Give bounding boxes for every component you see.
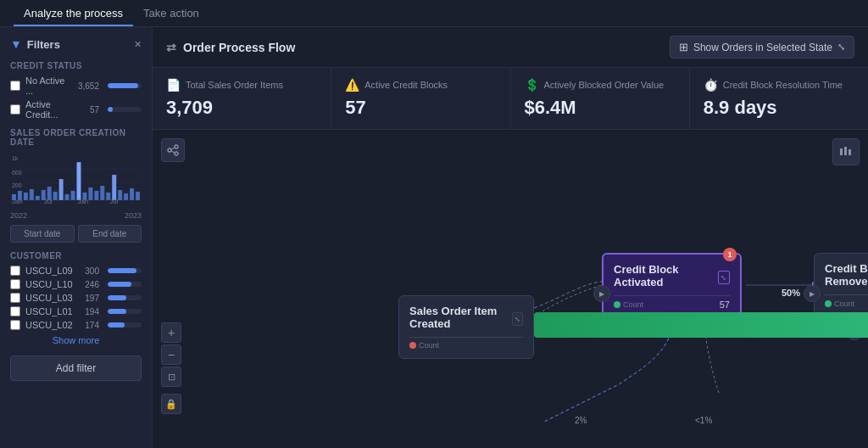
expand-icon-credit: ⤡: [721, 274, 726, 282]
filter-no-active-checkbox[interactable]: [10, 81, 20, 91]
svg-rect-13: [71, 191, 75, 200]
zoom-out-button[interactable]: −: [161, 344, 181, 365]
svg-rect-10: [53, 192, 58, 200]
kpi-total-sales-text: Total Sales Order Items: [186, 80, 283, 90]
pct-50-label: 50%: [782, 288, 800, 298]
node-credit-removed[interactable]: Credit Block Removed ⤡ Count 11: [814, 253, 868, 318]
filter-active-credit[interactable]: Active Credit... 57: [10, 99, 142, 120]
show-orders-button[interactable]: ⊞ Show Orders in Selected State ⤡: [670, 36, 854, 59]
filter-uscu-l10-text: USCU_L10: [25, 279, 80, 289]
table-icon: ⊞: [679, 41, 688, 53]
filter-active-credit-checkbox[interactable]: [10, 104, 20, 115]
filter-uscu-l10[interactable]: USCU_L10 246: [10, 279, 142, 289]
expand-icon: ⤡: [837, 42, 845, 53]
zoom-in-button[interactable]: +: [161, 322, 181, 343]
content-header: ⇄ Order Process Flow ⊞ Show Orders in Se…: [153, 27, 868, 68]
svg-text:Jul: Jul: [44, 198, 53, 204]
pct-less1-label: <1%: [695, 416, 712, 425]
show-more[interactable]: Show more: [10, 335, 142, 345]
filter-uscu-l09-checkbox[interactable]: [10, 266, 20, 276]
start-date-btn[interactable]: Start date: [10, 225, 75, 243]
filter-uscu-l01-bar-fill: [108, 309, 126, 314]
filter-uscu-l10-checkbox[interactable]: [10, 279, 20, 289]
kpi-blocked-value-val: $6.4M: [525, 97, 676, 119]
share-button[interactable]: [161, 138, 185, 162]
pct-2-label: 2%: [575, 416, 587, 425]
kpi-resolution-time-icon: ⏱️: [704, 78, 718, 92]
filter-no-active-bar-fill: [108, 83, 138, 88]
flow-right-toolbar: [832, 138, 860, 165]
mini-chart: Jan Jul Jan Jul 1k 600 200: [10, 154, 142, 204]
filter-uscu-l09-bar: [108, 268, 142, 273]
node-sales-order[interactable]: Sales Order Item Created ⤡ Count: [398, 295, 534, 359]
date-label: SALES ORDER CREATION DATE: [10, 128, 142, 147]
svg-rect-21: [118, 190, 122, 200]
main-flow-bar: 91%: [534, 312, 868, 338]
svg-text:Jan: Jan: [77, 198, 88, 204]
node-removed-meta: Count 11: [825, 294, 868, 309]
node-credit-count-row: Count: [614, 300, 643, 309]
node-credit-block-title: Credit Block Activated: [614, 263, 718, 288]
year-2022: 2022: [10, 211, 27, 220]
tab-action[interactable]: Take action: [133, 2, 209, 26]
filter-uscu-l02[interactable]: USCU_L02 174: [10, 320, 142, 330]
svg-rect-5: [24, 193, 28, 200]
filter-no-active[interactable]: No Active ... 3,652: [10, 76, 142, 96]
credit-status-label: CREDIT STATUS: [10, 61, 142, 70]
node-sales-title: Sales Order Item Created: [409, 305, 512, 330]
svg-line-41: [171, 148, 175, 149]
fit-button[interactable]: ⊡: [161, 367, 181, 387]
filter-uscu-l02-bar: [108, 322, 142, 328]
node-sales-meta: Count: [409, 337, 523, 350]
collapse-icon[interactable]: ✕: [134, 39, 142, 50]
end-date-btn[interactable]: End date: [78, 225, 142, 243]
svg-rect-24: [136, 192, 140, 200]
sidebar-title-text: Filters: [27, 38, 60, 51]
customer-label: CUSTOMER: [10, 251, 142, 260]
filter-uscu-l09-count: 300: [85, 266, 99, 276]
svg-rect-18: [100, 186, 104, 200]
svg-line-42: [171, 151, 175, 153]
add-filter-button[interactable]: Add filter: [10, 356, 142, 381]
svg-text:Jul: Jul: [109, 198, 118, 204]
fit-icon: ⊡: [168, 372, 175, 383]
play-btn-credit-removed[interactable]: ▶: [804, 285, 821, 302]
filter-uscu-l09-text: USCU_L09: [25, 266, 80, 276]
flow-icon: ⇄: [166, 41, 176, 54]
node-sales-count-row: Count: [409, 341, 439, 350]
svg-rect-14: [76, 162, 81, 200]
kpi-total-sales: 📄 Total Sales Order Items 3,709: [153, 68, 331, 129]
svg-rect-17: [94, 191, 98, 200]
filter-no-active-text: No Active ...: [25, 76, 73, 96]
filter-uscu-l01-checkbox[interactable]: [10, 306, 20, 316]
filter-uscu-l02-checkbox[interactable]: [10, 320, 20, 330]
chart-settings-button[interactable]: [832, 138, 860, 165]
node-credit-block[interactable]: Credit Block Activated ⤡ 1 Count 57: [602, 253, 742, 320]
svg-rect-6: [30, 189, 34, 200]
show-orders-label: Show Orders in Selected State: [693, 42, 832, 53]
play-btn-credit-block[interactable]: ▶: [593, 285, 610, 302]
kpi-active-blocks-value: 57: [345, 97, 496, 119]
flow-connections-svg: [153, 130, 868, 448]
flow-toolbar: [161, 138, 185, 162]
svg-point-39: [175, 152, 178, 155]
kpi-total-sales-icon: 📄: [166, 78, 181, 92]
tab-analyze[interactable]: Analyze the process: [14, 2, 133, 26]
node-credit-expand[interactable]: ⤡: [718, 271, 730, 284]
filter-uscu-l03-bar-fill: [108, 295, 126, 300]
filter-uscu-l01[interactable]: USCU_L01 194: [10, 306, 142, 316]
year-2023: 2023: [125, 211, 142, 220]
node-credit-count-val: 57: [720, 300, 730, 310]
filter-uscu-l03[interactable]: USCU_L03 197: [10, 293, 142, 303]
node-sales-expand[interactable]: ⤡: [512, 312, 523, 326]
filter-uscu-l03-checkbox[interactable]: [10, 293, 20, 303]
filter-uscu-l03-bar: [108, 295, 142, 300]
header-title-text: Order Process Flow: [183, 41, 295, 54]
svg-text:1k: 1k: [12, 155, 19, 161]
filter-uscu-l09[interactable]: USCU_L09 300: [10, 266, 142, 276]
lock-button[interactable]: 🔒: [161, 394, 181, 414]
svg-rect-44: [844, 147, 847, 155]
node-removed-count-row: Count: [825, 300, 854, 308]
svg-text:Jan: Jan: [12, 198, 23, 204]
filter-uscu-l10-count: 246: [85, 280, 99, 289]
